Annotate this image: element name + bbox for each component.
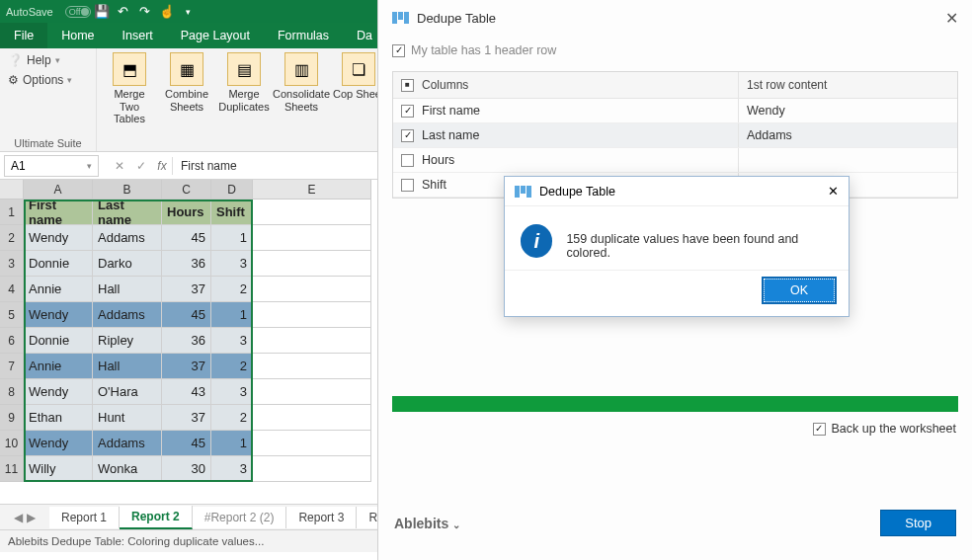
cell[interactable]: Addams (93, 302, 162, 328)
cell[interactable]: Addams (93, 431, 162, 456)
column-checkbox[interactable] (401, 105, 414, 118)
cell[interactable]: Hours (162, 200, 211, 225)
row-header[interactable]: 3 (0, 251, 24, 277)
column-row[interactable]: Last name Addams (393, 123, 957, 148)
tab-home[interactable]: Home (47, 23, 108, 48)
cell[interactable]: 2 (211, 277, 253, 302)
cell[interactable]: 1 (211, 302, 253, 328)
cell[interactable]: 2 (211, 405, 253, 431)
combine-sheets-button[interactable]: ▦Combine Sheets (160, 52, 213, 135)
cell[interactable]: Darko (93, 251, 162, 277)
cell[interactable]: 45 (162, 302, 211, 328)
cell[interactable]: Annie (24, 277, 93, 302)
autosave-toggle[interactable] (65, 6, 91, 18)
row-header[interactable]: 9 (0, 405, 24, 431)
close-icon[interactable]: ✕ (945, 9, 958, 28)
close-icon[interactable]: ✕ (828, 184, 839, 199)
sheet-nav[interactable]: ◀ ▶ (0, 511, 49, 524)
cell[interactable]: 3 (211, 251, 253, 277)
backup-checkbox[interactable] (813, 423, 826, 436)
select-all-checkbox[interactable] (401, 79, 414, 92)
row-header[interactable]: 8 (0, 379, 24, 405)
cell[interactable]: 37 (162, 277, 211, 302)
consolidate-sheets-button[interactable]: ▥Consolidate Sheets (275, 52, 328, 135)
redo-icon[interactable]: ↷ (134, 1, 156, 23)
cell[interactable]: Hunt (93, 405, 162, 431)
cell[interactable]: 2 (211, 354, 253, 379)
column-header[interactable]: C (162, 180, 211, 200)
row-header[interactable]: 5 (0, 302, 24, 328)
column-row[interactable]: First name Wendy (393, 99, 957, 123)
header-row-checkbox[interactable] (392, 44, 405, 57)
row-header[interactable]: 11 (0, 456, 24, 482)
row-header[interactable]: 1 (0, 200, 24, 225)
fx-icon[interactable]: fx (152, 159, 172, 173)
cell[interactable] (253, 431, 371, 456)
options-button[interactable]: ⚙Options▾ (6, 72, 90, 88)
name-box[interactable]: A1▾ (4, 155, 99, 177)
cell[interactable]: 1 (211, 431, 253, 456)
sheet-tab-active[interactable]: Report 2 (120, 506, 193, 529)
cell[interactable]: 30 (162, 456, 211, 482)
column-checkbox[interactable] (401, 179, 414, 192)
tab-insert[interactable]: Insert (109, 23, 167, 48)
cell[interactable]: Ethan (24, 405, 93, 431)
cell[interactable]: Wonka (93, 456, 162, 482)
undo-icon[interactable]: ↶ (113, 1, 134, 23)
cell[interactable]: 43 (162, 379, 211, 405)
cell[interactable]: O'Hara (93, 379, 162, 405)
cell[interactable]: Hall (93, 277, 162, 302)
cell[interactable]: Donnie (24, 328, 93, 354)
cell[interactable]: Annie (24, 354, 93, 379)
cell[interactable]: Donnie (24, 251, 93, 277)
cell[interactable]: 1 (211, 225, 253, 251)
cell[interactable]: Wendy (24, 225, 93, 251)
cancel-formula-icon[interactable]: ✕ (109, 159, 130, 173)
tab-formulas[interactable]: Formulas (264, 23, 343, 48)
cell[interactable] (253, 405, 371, 431)
sheet-tab[interactable]: Report 1 (49, 507, 120, 528)
cell[interactable]: 45 (162, 225, 211, 251)
cell[interactable] (253, 200, 371, 225)
cell[interactable]: Willy (24, 456, 93, 482)
cell[interactable]: Wendy (24, 431, 93, 456)
sheet-tab[interactable]: #Report 2 (2) (193, 507, 287, 528)
qat-more-icon[interactable]: ▾ (178, 1, 200, 23)
cell[interactable]: 3 (211, 328, 253, 354)
brand-label[interactable]: Ablebits ⌄ (394, 516, 460, 531)
cell[interactable]: First name (24, 200, 93, 225)
cell[interactable] (253, 456, 371, 482)
cell[interactable]: 37 (162, 354, 211, 379)
row-header[interactable]: 2 (0, 225, 24, 251)
cell[interactable]: Addams (93, 225, 162, 251)
accept-formula-icon[interactable]: ✓ (130, 159, 152, 173)
cell[interactable] (253, 302, 371, 328)
grid[interactable]: ABCDE1First nameLast nameHoursShift2Wend… (0, 180, 371, 504)
cell[interactable]: Last name (93, 200, 162, 225)
column-header[interactable]: E (253, 180, 371, 200)
cell[interactable]: 36 (162, 328, 211, 354)
cell[interactable]: Hall (93, 354, 162, 379)
tab-page-layout[interactable]: Page Layout (167, 23, 264, 48)
tab-file[interactable]: File (0, 23, 47, 48)
cell[interactable] (253, 379, 371, 405)
sheet-tab[interactable]: Report 3 (286, 507, 357, 528)
row-header[interactable]: 6 (0, 328, 24, 354)
save-icon[interactable]: 💾 (91, 1, 113, 23)
cell[interactable] (253, 225, 371, 251)
column-checkbox[interactable] (401, 129, 414, 142)
cell[interactable]: 45 (162, 431, 211, 456)
cell[interactable]: 36 (162, 251, 211, 277)
merge-two-tables-button[interactable]: ⬒Merge Two Tables (103, 52, 156, 135)
stop-button[interactable]: Stop (880, 510, 956, 536)
column-row[interactable]: Hours (393, 148, 957, 173)
cell[interactable]: 3 (211, 456, 253, 482)
cell[interactable] (253, 251, 371, 277)
row-header[interactable]: 10 (0, 431, 24, 456)
cell[interactable] (253, 354, 371, 379)
cell[interactable]: 3 (211, 379, 253, 405)
column-header[interactable]: D (211, 180, 253, 200)
touch-icon[interactable]: ☝ (156, 1, 178, 23)
column-checkbox[interactable] (401, 154, 414, 167)
cell[interactable]: Ripley (93, 328, 162, 354)
